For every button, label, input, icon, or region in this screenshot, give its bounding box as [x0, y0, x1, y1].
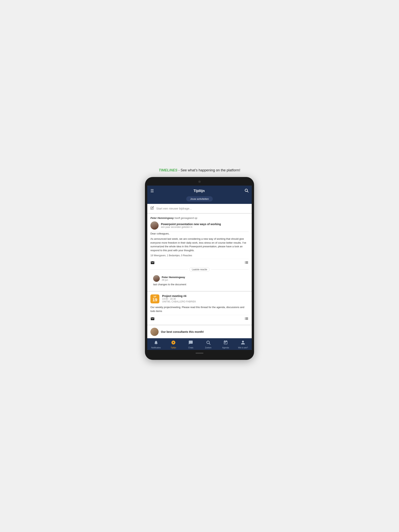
event-actions — [150, 315, 249, 322]
device-shell: ☰ Tijdlijn Jouw activiteiten — [145, 177, 254, 360]
event-title: Project meeting #4 — [162, 294, 196, 298]
post-body: Dear colleagues, As announced last week,… — [150, 232, 249, 252]
post-author-name: Peter Hemmingway — [150, 216, 174, 219]
device-camera — [198, 181, 201, 183]
event-list-icon[interactable] — [244, 317, 249, 322]
svg-rect-10 — [245, 319, 245, 319]
event-info: Project meeting #4 14:00 - 16:30 UNIT80,… — [162, 294, 196, 303]
zoeken-icon — [206, 340, 211, 346]
nav-label-tijdlijn: Tijdlijn — [171, 347, 176, 349]
svg-rect-11 — [245, 319, 248, 319]
new-post-bar[interactable]: Start een nieuwe bijdrage... — [147, 204, 252, 213]
nav-label-wieiswie: Wie is wie? — [238, 347, 248, 349]
reaction-label: Laatste reactie — [189, 267, 210, 272]
svg-rect-13 — [245, 319, 248, 320]
svg-rect-6 — [245, 263, 245, 264]
reaction-info: Peter Hemmingway 29 jun — [162, 276, 185, 281]
last-reaction-header: Peter Hemmingway 29 jun — [153, 275, 246, 282]
event-card[interactable]: jul 19 Project meeting #4 14:00 - 16:30 … — [147, 292, 252, 325]
activity-badge[interactable]: Jouw activiteiten — [186, 196, 212, 202]
nav-agenda[interactable]: Agenda — [220, 340, 232, 349]
header-title: Tijdlijn — [193, 189, 205, 193]
top-banner: TIMELINES - See what's happening on the … — [159, 168, 240, 172]
svg-rect-4 — [245, 262, 245, 263]
agenda-icon — [223, 340, 228, 346]
nav-wieiswie[interactable]: Wie is wie? — [237, 340, 249, 349]
svg-line-15 — [209, 343, 210, 345]
post-actions — [150, 259, 249, 266]
nav-label-chats: Chats — [188, 347, 193, 349]
wieiswie-icon — [241, 340, 245, 346]
bottom-nav: Notificaties Tijdlijn — [147, 338, 252, 350]
last-reaction: Peter Hemmingway 29 jun last changes to … — [150, 273, 249, 288]
svg-line-1 — [247, 191, 248, 192]
tagline: - See what's happening on the platform! — [178, 168, 240, 172]
app-header: ☰ Tijdlijn — [147, 186, 252, 196]
post-header: Powerpoint presentation new ways of work… — [150, 222, 249, 230]
post-title-block: Powerpoint presentation new ways of work… — [161, 222, 221, 228]
post-body-line2: As announced last week, we are consideri… — [150, 237, 249, 252]
reaction-text: last changes to the document — [153, 283, 246, 286]
svg-rect-2 — [245, 261, 245, 262]
event-location: UNIT80, CABALLERO FABRIEK — [162, 300, 196, 303]
consultant-title: Our best consultants this month! — [161, 330, 204, 333]
event-time: 14:00 - 16:30 — [162, 298, 196, 300]
reaction-avatar — [153, 275, 160, 282]
nav-chats[interactable]: Chats — [185, 340, 197, 349]
post-meta-action: heeft gereageerd op — [174, 216, 197, 219]
nav-zoeken[interactable]: Zoeken — [202, 340, 214, 349]
svg-rect-9 — [245, 318, 248, 318]
post-time: een paar seconden geleden in — [161, 226, 221, 228]
search-icon[interactable] — [244, 188, 249, 194]
reaction-date: 29 jun — [162, 279, 185, 281]
event-header: jul 19 Project meeting #4 14:00 - 16:30 … — [150, 294, 249, 303]
event-envelope-icon[interactable] — [150, 317, 155, 322]
new-post-placeholder: Start een nieuwe bijdrage... — [156, 207, 192, 210]
tijdlijn-icon — [171, 340, 176, 346]
app-screen: ☰ Tijdlijn Jouw activiteiten — [147, 186, 252, 350]
pencil-icon — [150, 206, 154, 211]
reaction-divider: Laatste reactie — [150, 267, 249, 272]
svg-rect-7 — [245, 263, 248, 264]
envelope-icon[interactable] — [150, 260, 155, 266]
menu-icon[interactable]: ☰ — [150, 189, 154, 193]
post-meta-top: Peter Hemmingway heeft gereageerd op — [150, 216, 249, 219]
svg-rect-12 — [245, 319, 245, 320]
avatar — [150, 222, 159, 230]
event-body: Our weekly projectmeeting. Please read t… — [150, 305, 249, 313]
nav-label-zoeken: Zoeken — [205, 347, 211, 349]
svg-rect-3 — [245, 261, 248, 262]
event-day: 19 — [152, 298, 157, 302]
consultant-preview[interactable]: Our best consultants this month! — [147, 325, 252, 338]
consultant-avatar — [150, 328, 159, 336]
reaction-author: Peter Hemmingway — [162, 276, 185, 279]
brand-name: TIMELINES — [159, 168, 178, 172]
post-body-line1: Dear colleagues, — [150, 232, 249, 236]
post-stats: 18 Weergaven, 1 Bedankjes, 0 Reacties — [150, 254, 249, 257]
post-title: Powerpoint presentation new ways of work… — [161, 222, 221, 226]
svg-rect-5 — [245, 262, 248, 263]
nav-label-notificaties: Notificaties — [151, 347, 161, 349]
sub-header: Jouw activiteiten — [147, 196, 252, 204]
nav-label-agenda: Agenda — [222, 347, 229, 349]
home-indicator — [196, 353, 203, 354]
post-card-1[interactable]: Peter Hemmingway heeft gereageerd op Pow… — [147, 214, 252, 291]
nav-notificaties[interactable]: Notificaties — [150, 340, 162, 349]
event-date-badge: jul 19 — [150, 294, 159, 303]
content-area: Start een nieuwe bijdrage... Peter Hemmi… — [147, 204, 252, 338]
nav-tijdlijn[interactable]: Tijdlijn — [167, 340, 179, 349]
chats-icon — [188, 340, 193, 346]
list-icon[interactable] — [244, 260, 249, 266]
bell-icon — [154, 340, 158, 346]
svg-rect-8 — [245, 318, 245, 318]
